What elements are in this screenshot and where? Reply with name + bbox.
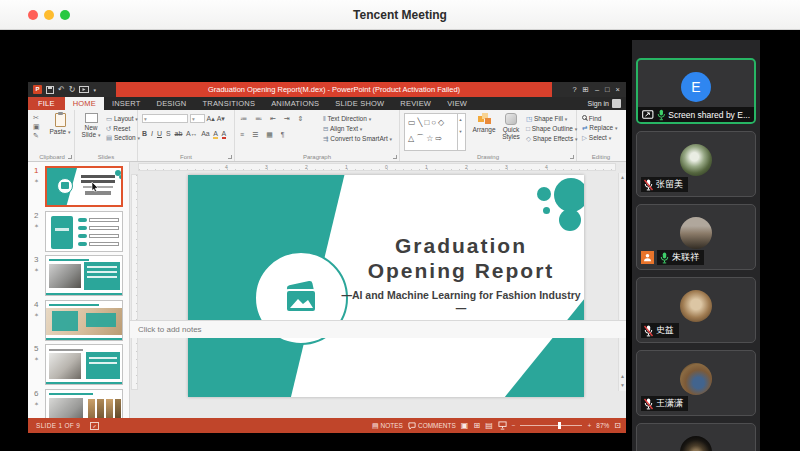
slide-thumbnail-1[interactable]: 1✶ <box>28 166 130 210</box>
convert-smartart-button[interactable]: ⇶ Convert to SmartArt ▾ <box>323 134 392 144</box>
help-icon[interactable]: ? <box>572 86 576 94</box>
slide-sorter-view-button[interactable]: ⊞ <box>473 422 480 430</box>
find-button[interactable]: Find <box>582 114 617 123</box>
text-direction-button[interactable]: ⫴ Text Direction ▾ <box>323 114 392 124</box>
paste-button[interactable]: Paste ▾ <box>48 113 72 135</box>
grow-font-icon[interactable]: A▴ <box>207 115 215 122</box>
qat-dropdown-icon[interactable]: ▾ <box>93 86 96 94</box>
tab-file[interactable]: FILE <box>28 97 65 110</box>
sign-in-button[interactable]: Sign in <box>588 97 626 110</box>
undo-icon[interactable]: ↶ <box>58 86 65 94</box>
minimize-icon[interactable]: – <box>595 86 599 94</box>
restore-icon[interactable]: □ <box>605 86 610 94</box>
participant-tile-4[interactable]: 史益 <box>636 277 756 343</box>
reading-view-button[interactable]: ▤ <box>485 422 493 430</box>
font-name-select[interactable]: ▾ <box>142 114 188 123</box>
char-spacing-icon[interactable]: A↔ <box>186 130 198 137</box>
slideshow-view-button[interactable] <box>498 421 507 430</box>
quick-styles-button[interactable]: Quick Styles <box>498 113 524 140</box>
slide-thumbnail-2[interactable]: 2✶ <box>28 211 130 255</box>
ribbon-display-icon[interactable]: ⊞ <box>583 86 589 94</box>
paragraph-dialog-launcher[interactable] <box>393 155 397 159</box>
redo-icon[interactable]: ↻ <box>69 86 76 94</box>
tab-review[interactable]: REVIEW <box>392 97 439 110</box>
comments-toggle[interactable]: COMMENTS <box>408 422 456 430</box>
drawing-dialog-launcher[interactable] <box>570 155 574 159</box>
zoom-slider[interactable] <box>520 425 582 426</box>
paragraph-buttons-row2[interactable]: ≡ ☰ ▦ ¶ <box>240 131 288 139</box>
paragraph-group: ≔ ≕ ⇤ ⇥ ⇕ ≡ ☰ ▦ ¶ ⫴ Text Direction ▾ ⊟ A… <box>235 110 400 161</box>
ribbon: ✂ ▣ ✎ Paste ▾ Clipboard New Slide ▾ ▭ La… <box>28 110 626 162</box>
editor-scrollbar[interactable]: ▲▲▼ <box>618 173 626 391</box>
meeting-window-titlebar: Tencent Meeting <box>0 0 800 30</box>
shadow-button[interactable]: S <box>166 130 171 137</box>
new-slide-button[interactable]: New Slide ▾ <box>77 113 105 138</box>
underline-button[interactable]: U <box>157 130 162 137</box>
shape-outline-button[interactable]: □ Shape Outline ▾ <box>526 124 578 134</box>
copy-icon[interactable]: ▣ <box>33 123 40 130</box>
clipboard-dialog-launcher[interactable] <box>68 155 72 159</box>
change-case-icon[interactable]: Aa <box>201 130 210 137</box>
select-button[interactable]: ▷ Select ▾ <box>582 133 617 143</box>
shape-fill-button[interactable]: ◳ Shape Fill ▾ <box>526 114 578 124</box>
tab-animations[interactable]: ANIMATIONS <box>263 97 327 110</box>
bold-button[interactable]: B <box>142 130 147 137</box>
slide-canvas[interactable]: Graduation Opening Report —AI and Machin… <box>188 175 584 397</box>
quick-access-toolbar: P ↶ ↻ ▾ <box>28 82 116 97</box>
account-avatar-icon <box>612 99 621 108</box>
tab-design[interactable]: DESIGN <box>149 97 195 110</box>
participant-tile-2[interactable]: 张留美 <box>636 131 756 197</box>
font-size-select[interactable]: ▾ <box>190 114 205 123</box>
format-painter-icon[interactable]: ✎ <box>33 132 40 139</box>
window-controls: ? ⊞ – □ × <box>552 82 626 97</box>
slide-thumbnail-6[interactable]: 6✶ <box>28 389 130 419</box>
deco-circle-medium2 <box>559 209 581 231</box>
slide-thumbnail-5[interactable]: 5✶ <box>28 344 130 388</box>
paragraph-buttons-row1[interactable]: ≔ ≕ ⇤ ⇥ ⇕ <box>240 115 306 123</box>
italic-button[interactable]: I <box>151 130 153 137</box>
highlight-color-icon[interactable]: A <box>213 130 218 139</box>
participant-name: 王潇潇 <box>656 397 683 410</box>
participant-tile-3[interactable]: 朱联祥 <box>636 204 756 270</box>
participant-tile-1[interactable]: E Screen shared by E... <box>636 58 756 124</box>
close-icon[interactable]: × <box>616 86 620 94</box>
save-icon[interactable] <box>46 86 54 94</box>
tab-view[interactable]: VIEW <box>439 97 475 110</box>
shape-effects-button[interactable]: ◇ Shape Effects ▾ <box>526 134 578 144</box>
section-button[interactable]: ▤ Section ▾ <box>106 133 140 143</box>
reset-button[interactable]: ↺ Reset <box>106 124 140 133</box>
slide-thumbnail-4[interactable]: 4✶ <box>28 300 130 344</box>
slideshow-icon[interactable] <box>79 86 89 94</box>
tab-home[interactable]: HOME <box>65 97 104 110</box>
notes-toggle[interactable]: ▤NOTES <box>372 422 403 430</box>
zoom-out-button[interactable]: − <box>512 422 516 429</box>
fit-to-window-icon[interactable]: ⊡ <box>614 422 621 430</box>
layout-button[interactable]: ▭ Layout ▾ <box>106 114 140 124</box>
proofing-icon[interactable]: ✓ <box>90 422 99 430</box>
font-dialog-launcher[interactable] <box>228 155 232 159</box>
comments-toggle-label: COMMENTS <box>418 422 456 429</box>
notes-pane[interactable]: Click to add notes <box>130 320 626 338</box>
slide-thumbnail-3[interactable]: 3✶ <box>28 255 130 299</box>
arrange-button[interactable]: Arrange <box>470 113 498 133</box>
align-text-label: Align Text <box>330 125 358 132</box>
zoom-in-button[interactable]: + <box>587 422 591 429</box>
powerpoint-logo-icon[interactable]: P <box>33 85 42 94</box>
animation-star-icon: ✶ <box>34 266 39 273</box>
participant-tile-6[interactable] <box>636 423 756 451</box>
replace-button[interactable]: ⇄ Replace ▾ <box>582 123 617 133</box>
participant-tile-5[interactable]: 王潇潇 <box>636 350 756 416</box>
tab-transitions[interactable]: TRANSITIONS <box>195 97 264 110</box>
zoom-slider-thumb[interactable] <box>558 422 561 429</box>
cut-icon[interactable]: ✂ <box>33 114 40 121</box>
align-text-button[interactable]: ⊟ Align Text ▾ <box>323 124 392 134</box>
shapes-gallery[interactable]: ▭╲□○◇△⌒☆⇨ ▲▼ <box>404 113 466 151</box>
shrink-font-icon[interactable]: A▾ <box>217 115 225 122</box>
strikethrough-button[interactable]: ab <box>175 130 183 137</box>
shapes-gallery-scrollbar[interactable]: ▲▼ <box>457 114 465 150</box>
replace-label: Replace <box>589 124 613 131</box>
tab-slide-show[interactable]: SLIDE SHOW <box>327 97 392 110</box>
font-color-icon[interactable]: A <box>222 130 227 139</box>
normal-view-button[interactable]: ▣ <box>461 422 469 430</box>
tab-insert[interactable]: INSERT <box>104 97 149 110</box>
